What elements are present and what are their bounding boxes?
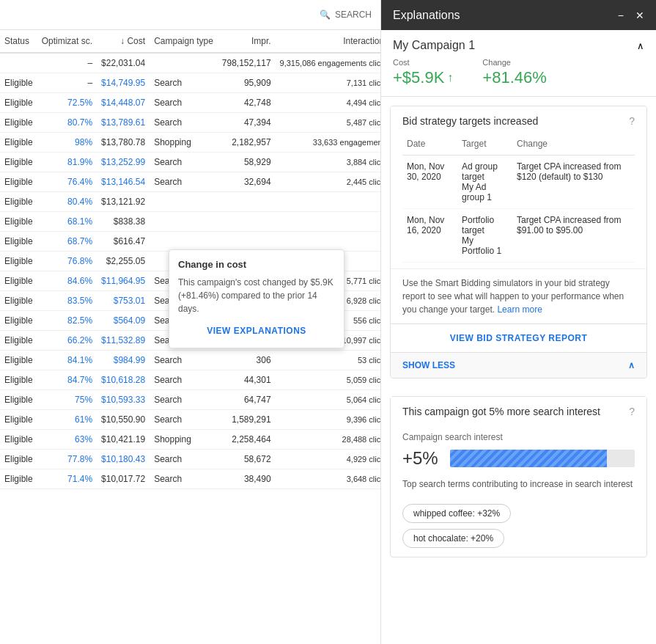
table-row: Eligible 84.1% $984.99 Search 306 53 cli…: [0, 351, 380, 370]
cell-opt: 75%: [37, 390, 97, 410]
cell-cost[interactable]: $13,252.99: [97, 153, 150, 172]
table-row: Eligible – $14,749.95 Search 95,909 7,13…: [0, 73, 380, 93]
col-header-impr[interactable]: Impr.: [218, 30, 276, 53]
cell-cost[interactable]: $564.09: [97, 311, 150, 331]
minimize-button[interactable]: −: [618, 10, 624, 21]
cell-status: Eligible: [0, 390, 37, 410]
cell-opt: 98%: [37, 133, 97, 153]
table-row: Eligible 76.4% $13,146.54 Search 32,694 …: [0, 172, 380, 192]
cell-impr: 2,182,957: [218, 133, 276, 153]
table-row: Eligible 61% $10,550.90 Search 1,589,291…: [0, 410, 380, 430]
cell-opt: –: [37, 73, 97, 93]
cell-cost[interactable]: $13,789.61: [97, 113, 150, 133]
cell-status: Eligible: [0, 212, 37, 232]
cell-opt: 71.4%: [37, 469, 97, 489]
view-explanations-link[interactable]: VIEW EXPLANATIONS: [178, 323, 335, 339]
cell-opt: 61%: [37, 410, 97, 430]
cell-inter: 53 clicks: [276, 351, 380, 370]
close-button[interactable]: ✕: [635, 10, 644, 21]
cell-inter: [276, 232, 380, 252]
change-label: Change: [482, 58, 546, 67]
cell-cost[interactable]: $14,448.07: [97, 93, 150, 113]
cell-cost[interactable]: $10,180.43: [97, 450, 150, 469]
bid-table: Date Target Change Mon, Nov 30, 2020 Ad …: [402, 136, 635, 263]
bid-table-wrapper: Date Target Change Mon, Nov 30, 2020 Ad …: [391, 136, 646, 268]
cell-status: Eligible: [0, 172, 37, 192]
cell-cost[interactable]: $753.01: [97, 291, 150, 311]
campaign-metrics: Cost +$5.9K ↑ Change +81.46%: [381, 58, 656, 96]
cell-impr: [218, 212, 276, 232]
cell-camptype: [150, 53, 218, 73]
table-row: Eligible 80.7% $13,789.61 Search 47,394 …: [0, 113, 380, 133]
search-interest-title: This campaign got 5% more search interes…: [402, 406, 623, 417]
col-header-interactions[interactable]: Interactions: [276, 30, 380, 53]
cell-status: Eligible: [0, 311, 37, 331]
learn-more-link[interactable]: Learn more: [497, 304, 542, 315]
campaign-header[interactable]: My Campaign 1 ∧: [381, 30, 656, 58]
search-interest-card: This campaign got 5% more search interes…: [390, 396, 647, 557]
table-row: Eligible 80.4% $13,121.92: [0, 192, 380, 212]
cell-cost: $10,017.72: [97, 469, 150, 489]
cell-cost: $13,121.92: [97, 192, 150, 212]
cell-status: Eligible: [0, 351, 37, 370]
cell-status: Eligible: [0, 370, 37, 390]
cell-opt: 84.1%: [37, 351, 97, 370]
bid-strategy-help-icon[interactable]: ?: [629, 115, 635, 127]
change-metric: Change +81.46%: [482, 58, 546, 87]
cell-opt: 63%: [37, 430, 97, 450]
cell-cost[interactable]: $10,618.28: [97, 370, 150, 390]
search-icon: 🔍: [320, 10, 331, 20]
cell-cost[interactable]: $13,146.54: [97, 172, 150, 192]
cell-camptype: Search: [150, 390, 218, 410]
cell-cost: $13,780.78: [97, 133, 150, 153]
col-header-opt[interactable]: Optimizat sc.: [37, 30, 97, 53]
show-less-chevron-icon: ∧: [628, 360, 635, 370]
cell-cost: $616.47: [97, 232, 150, 252]
cell-impr: 306: [218, 351, 276, 370]
cell-opt: 84.7%: [37, 370, 97, 390]
search-label: SEARCH: [335, 10, 372, 20]
table-row: Eligible 63% $10,421.19 Shopping 2,258,4…: [0, 430, 380, 450]
panel-header-icons: − ✕: [618, 10, 644, 21]
cell-inter: 9,315,086 engagements clicks: [276, 53, 380, 73]
cell-opt: 76.8%: [37, 252, 97, 271]
table-row: Eligible 81.9% $13,252.99 Search 58,929 …: [0, 153, 380, 172]
cell-impr: 95,909: [218, 73, 276, 93]
smart-bidding-note: Use the Smart Bidding simulators in your…: [391, 268, 646, 323]
bid-col-date: Date: [402, 136, 457, 155]
search-interest-value: +5%: [402, 448, 438, 469]
search-bar-content[interactable]: 🔍 SEARCH: [320, 10, 372, 20]
bid-col-target: Target: [457, 136, 512, 155]
cell-opt: 72.5%: [37, 93, 97, 113]
col-header-status[interactable]: Status: [0, 30, 37, 53]
cell-cost[interactable]: $10,593.33: [97, 390, 150, 410]
search-interest-help-icon[interactable]: ?: [629, 406, 635, 417]
view-bid-strategy-button[interactable]: VIEW BID STRATEGY REPORT: [391, 323, 646, 352]
cell-inter: 3,648 clicks: [276, 469, 380, 489]
main-table-area: 🔍 SEARCH Status Optimizat sc. ↓ Cost Cam…: [0, 0, 381, 644]
cell-cost[interactable]: $984.99: [97, 351, 150, 370]
cell-status: Eligible: [0, 133, 37, 153]
bid-change-1: Target CPA increased from $120 (default)…: [512, 155, 635, 209]
cell-camptype: Search: [150, 351, 218, 370]
cell-cost: $10,550.90: [97, 410, 150, 430]
bid-row-2: Mon, Nov 16, 2020 Portfolio targetMy Por…: [402, 209, 635, 263]
col-header-cost[interactable]: ↓ Cost: [97, 30, 150, 53]
table-row: Eligible 98% $13,780.78 Shopping 2,182,9…: [0, 133, 380, 153]
campaign-section: My Campaign 1 ∧ Cost +$5.9K ↑ Change +81…: [381, 30, 656, 97]
col-header-camptype[interactable]: Campaign type: [150, 30, 218, 53]
cell-inter: 33,633 engagements: [276, 133, 380, 153]
cell-cost[interactable]: $14,749.95: [97, 73, 150, 93]
show-less-button[interactable]: SHOW LESS ∧: [391, 352, 646, 378]
cell-cost[interactable]: $11,532.89: [97, 331, 150, 351]
cell-opt: 77.8%: [37, 450, 97, 469]
cell-status: Eligible: [0, 331, 37, 351]
cell-impr: 38,490: [218, 469, 276, 489]
bid-change-2: Target CPA increased from $91.00 to $95.…: [512, 209, 635, 263]
cell-cost: $10,421.19: [97, 430, 150, 450]
cell-camptype: [150, 212, 218, 232]
bid-date-2: Mon, Nov 16, 2020: [402, 209, 457, 263]
cell-status: Eligible: [0, 192, 37, 212]
cell-camptype: Search: [150, 370, 218, 390]
cell-cost[interactable]: $11,964.95: [97, 271, 150, 291]
